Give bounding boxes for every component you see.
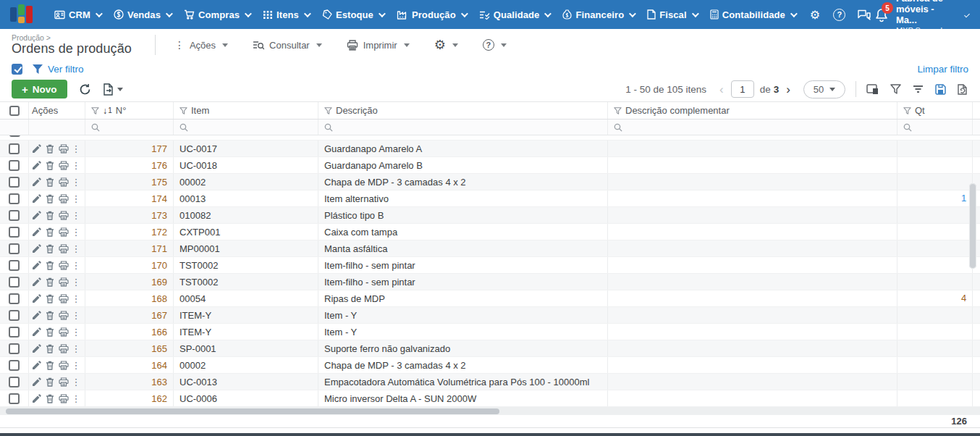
table-row[interactable]: ⋮ 168 00054 Ripas de MDP 4 [0, 290, 980, 307]
menu-compras[interactable]: Compras [177, 0, 256, 29]
row-checkbox[interactable] [9, 293, 20, 304]
delete-icon[interactable] [46, 294, 54, 303]
edit-icon[interactable] [32, 261, 41, 270]
column-header-descricao-complementar[interactable]: Descrição complementar [608, 102, 897, 119]
print-icon[interactable] [59, 177, 69, 187]
vertical-scrollbar[interactable] [969, 183, 976, 269]
column-filter-icon[interactable] [179, 107, 187, 114]
page-number-input[interactable]: 1 [731, 80, 754, 98]
row-checkbox[interactable] [9, 260, 20, 271]
table-row[interactable]: ⋮ 164 00002 Chapa de MDP - 3 camadas 4 x… [0, 357, 980, 374]
filter-checkbox[interactable] [12, 64, 22, 75]
edit-icon[interactable] [32, 294, 41, 303]
delete-icon[interactable] [46, 144, 54, 154]
row-menu-icon[interactable]: ⋮ [73, 293, 79, 304]
app-logo[interactable] [10, 4, 35, 25]
search-qt-input[interactable] [897, 120, 973, 135]
settings-icon[interactable]: ⚙ [805, 4, 825, 25]
edit-icon[interactable] [32, 277, 41, 287]
delete-icon[interactable] [46, 261, 54, 270]
consultar-button[interactable]: Consultar [244, 35, 331, 55]
print-icon[interactable] [59, 144, 69, 154]
row-menu-icon[interactable]: ⋮ [73, 327, 79, 338]
edit-icon[interactable] [32, 177, 41, 187]
edit-icon[interactable] [32, 194, 41, 204]
row-menu-icon[interactable]: ⋮ [73, 343, 79, 354]
row-checkbox[interactable] [9, 210, 20, 221]
menu-qualidade[interactable]: Qualidade [473, 0, 557, 29]
delete-icon[interactable] [46, 377, 54, 387]
print-icon[interactable] [59, 211, 69, 220]
table-row[interactable]: ⋮ 174 00013 Item alternativo 1 [0, 190, 980, 207]
edit-icon[interactable] [32, 144, 41, 154]
acoes-button[interactable]: ⋮ Ações [166, 35, 237, 55]
menu-vendas[interactable]: Vendas [107, 0, 177, 29]
row-menu-icon[interactable]: ⋮ [73, 310, 79, 321]
row-checkbox[interactable] [9, 393, 20, 404]
table-row[interactable]: ⋮ 172 CXTP001 Caixa com tampa [0, 224, 980, 240]
delete-icon[interactable] [46, 344, 54, 353]
filter-builder-icon[interactable] [890, 84, 901, 94]
print-icon[interactable] [59, 277, 69, 287]
edit-icon[interactable] [32, 227, 41, 237]
delete-icon[interactable] [46, 227, 54, 237]
delete-icon[interactable] [46, 361, 54, 370]
edit-icon[interactable] [32, 327, 41, 337]
row-menu-icon[interactable]: ⋮ [73, 177, 79, 188]
export-icon[interactable] [103, 83, 123, 96]
row-checkbox[interactable] [9, 243, 20, 254]
menu-financeiro[interactable]: Financeiro [556, 0, 641, 29]
print-icon[interactable] [59, 377, 69, 387]
search-descricao-complementar-input[interactable] [608, 120, 897, 135]
row-menu-icon[interactable]: ⋮ [73, 260, 79, 271]
table-row[interactable]: ⋮ 173 010082 Plástico tipo B [0, 207, 980, 224]
print-icon[interactable] [59, 294, 69, 303]
print-icon[interactable] [59, 344, 69, 353]
row-checkbox[interactable] [9, 193, 20, 204]
delete-icon[interactable] [46, 161, 54, 170]
row-checkbox[interactable] [9, 143, 20, 154]
print-icon[interactable] [59, 227, 69, 237]
search-item-input[interactable] [174, 120, 318, 135]
page-size-select[interactable]: 50 [803, 80, 845, 98]
help-icon[interactable]: ? [829, 4, 850, 25]
notifications-bell-icon[interactable]: 5 [874, 5, 889, 24]
refresh-icon[interactable] [79, 83, 91, 96]
column-header-qt[interactable]: Qt [897, 102, 973, 119]
delete-icon[interactable] [46, 244, 54, 253]
column-filter-icon[interactable] [91, 107, 99, 114]
menu-estoque[interactable]: Estoque [316, 0, 390, 29]
row-menu-icon[interactable]: ⋮ [73, 227, 79, 238]
previous-page-icon[interactable]: ‹ [718, 83, 725, 96]
menu-fiscal[interactable]: Fiscal [641, 0, 703, 29]
print-icon[interactable] [59, 161, 69, 170]
edit-icon[interactable] [32, 344, 41, 353]
grid-settings-button[interactable]: ⚙ [426, 33, 467, 57]
table-row[interactable]: ⋮ 176 UC-0018 Guardanapo Amarelo B [0, 157, 980, 174]
column-filter-icon[interactable] [903, 107, 911, 114]
row-checkbox[interactable] [9, 227, 20, 238]
search-descricao-input[interactable] [318, 120, 608, 135]
row-menu-icon[interactable]: ⋮ [73, 243, 79, 254]
table-row[interactable]: ⋮ 162 UC-0006 Micro inversor Delta A - S… [0, 390, 980, 407]
chat-icon[interactable] [854, 4, 874, 25]
horizontal-scrollbar-thumb[interactable] [6, 408, 499, 414]
table-row[interactable]: ⋮ 165 SP-0001 Suporte ferro não galvaniz… [0, 340, 980, 357]
delete-icon[interactable] [46, 394, 54, 403]
column-header-numero[interactable]: ↓1 N° [85, 102, 174, 119]
search-numero-input[interactable] [85, 120, 174, 135]
table-row[interactable]: ⋮ 163 UC-0013 Empacotadora Automática Vo… [0, 374, 980, 390]
delete-icon[interactable] [46, 177, 54, 187]
table-row[interactable]: ⋮ 171 MP00001 Manta asfáltica [0, 240, 980, 257]
delete-icon[interactable] [46, 311, 54, 320]
next-page-icon[interactable]: › [785, 83, 792, 96]
horizontal-scrollbar[interactable] [0, 407, 980, 415]
column-header-item[interactable]: Item [174, 102, 318, 119]
row-checkbox[interactable] [9, 177, 20, 188]
edit-icon[interactable] [32, 311, 41, 320]
edit-icon[interactable] [32, 394, 41, 403]
column-header-descricao[interactable]: Descrição [318, 102, 608, 119]
novo-button[interactable]: + Novo [12, 80, 67, 98]
column-chooser-icon[interactable] [866, 84, 879, 95]
delete-icon[interactable] [46, 211, 54, 220]
